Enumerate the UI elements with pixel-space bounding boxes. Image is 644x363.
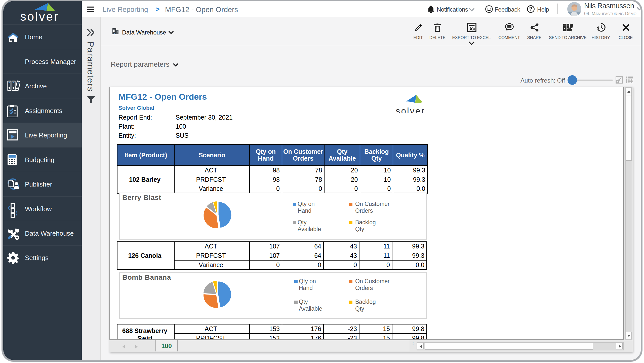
svg-text:solver: solver bbox=[396, 106, 425, 113]
